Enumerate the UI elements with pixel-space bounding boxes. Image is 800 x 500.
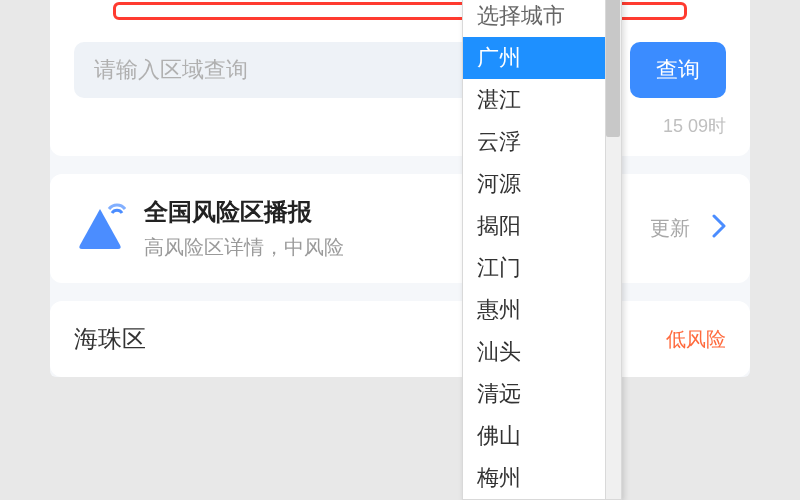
dropdown-scrollbar[interactable]	[605, 0, 621, 499]
dropdown-option[interactable]: 清远	[463, 373, 607, 415]
update-timestamp: 更新 15 09时	[74, 114, 726, 138]
chevron-right-icon	[712, 213, 726, 245]
query-button[interactable]: 查询	[630, 42, 726, 98]
city-dropdown[interactable]: 选择城市 广州湛江云浮河源揭阳江门惠州汕头清远佛山梅州	[462, 0, 622, 500]
dropdown-option[interactable]: 惠州	[463, 289, 607, 331]
risk-level-badge: 低风险	[666, 326, 726, 353]
dropdown-option[interactable]: 云浮	[463, 121, 607, 163]
broadcast-card[interactable]: 全国风险区播报 高风险区详情，中风险 更新	[50, 174, 750, 283]
search-card: 请输入区域查询 查询 更新 15 09时	[50, 0, 750, 156]
district-card[interactable]: 海珠区 低风险	[50, 301, 750, 377]
dropdown-option[interactable]: 湛江	[463, 79, 607, 121]
dropdown-option[interactable]: 揭阳	[463, 205, 607, 247]
update-time-value: 15 09时	[663, 116, 726, 136]
dropdown-option[interactable]: 汕头	[463, 331, 607, 373]
dropdown-option[interactable]: 江门	[463, 247, 607, 289]
query-button-label: 查询	[656, 55, 700, 85]
dropdown-option[interactable]: 佛山	[463, 415, 607, 457]
dropdown-option[interactable]: 河源	[463, 163, 607, 205]
dropdown-header: 选择城市	[463, 0, 607, 37]
broadcast-trailing: 更新	[650, 215, 690, 242]
search-placeholder: 请输入区域查询	[94, 55, 248, 85]
dropdown-option[interactable]: 梅州	[463, 457, 607, 499]
dropdown-option[interactable]: 广州	[463, 37, 607, 79]
scrollbar-thumb[interactable]	[606, 0, 620, 137]
district-name: 海珠区	[74, 323, 146, 355]
alert-triangle-icon	[74, 203, 126, 255]
